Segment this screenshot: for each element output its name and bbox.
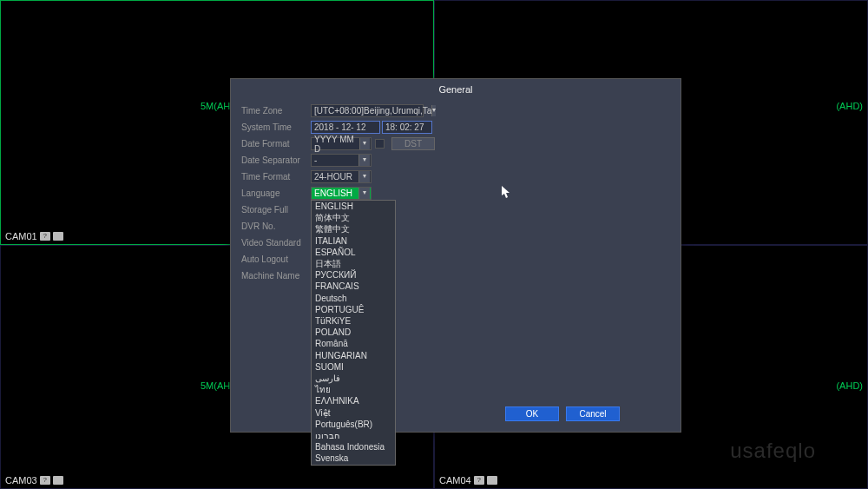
resolution-label: 5M(AHI (201, 380, 233, 391)
language-dropdown[interactable]: ENGLISH简体中文繁體中文ITALIANESPAÑOL日本語РУССКИЙF… (311, 200, 396, 466)
camera-icon[interactable] (53, 476, 63, 485)
camera-label: CAM01 (5, 231, 63, 241)
chevron-down-icon: ▾ (431, 105, 436, 116)
language-option[interactable]: חברונו (312, 430, 395, 441)
label-machinename: Machine Name (241, 271, 311, 281)
language-option[interactable]: ITALIAN (312, 235, 395, 247)
language-option[interactable]: Română (312, 338, 395, 349)
language-option[interactable]: Deutsch (312, 293, 395, 304)
resolution-label: 5M(AHI (201, 101, 233, 111)
camera-label: CAM04 (439, 475, 497, 486)
resolution-right: (AHD) (836, 380, 863, 391)
language-option[interactable]: ESPAÑOL (312, 247, 395, 258)
label-timeformat: Time Format (241, 172, 311, 182)
cancel-button[interactable]: Cancel (566, 406, 620, 421)
general-settings-dialog: General Time Zone [UTC+08:00]Beijing,Uru… (230, 78, 681, 433)
chevron-down-icon: ▾ (358, 171, 370, 182)
camera-icon[interactable] (53, 232, 63, 241)
language-option[interactable]: HUNGARIAN (312, 350, 395, 361)
language-option[interactable]: Svenska (312, 453, 395, 464)
language-select[interactable]: ENGLISH▾ (311, 187, 372, 200)
date-input[interactable]: 2018 - 12- 12 (311, 121, 380, 134)
language-option[interactable]: 简体中文 (312, 212, 395, 223)
help-icon[interactable] (40, 232, 50, 241)
time-input[interactable]: 18: 02: 27 (382, 121, 432, 134)
language-option[interactable]: PORTUGUÊ (312, 304, 395, 315)
timezone-select[interactable]: [UTC+08:00]Beijing,Urumqi,Ta▾ (311, 104, 424, 117)
language-option[interactable]: 繁體中文 (312, 223, 395, 235)
help-icon[interactable] (474, 476, 484, 485)
ok-button[interactable]: OK (505, 406, 559, 421)
dateseparator-select[interactable]: -▾ (311, 154, 372, 167)
help-icon[interactable] (40, 476, 50, 485)
timeformat-select[interactable]: 24-HOUR▾ (311, 170, 372, 183)
label-systemtime: System Time (241, 122, 311, 132)
watermark: usafeqlo (730, 439, 816, 463)
label-videostandard: Video Standard (241, 238, 311, 248)
label-storagefull: Storage Full (241, 205, 311, 215)
language-option[interactable]: Português(BR) (312, 419, 395, 430)
dst-button[interactable]: DST (391, 137, 435, 150)
dialog-buttons: OK Cancel (505, 406, 620, 421)
camera-label: CAM03 (5, 475, 63, 486)
dialog-title: General (231, 79, 681, 100)
language-option[interactable]: Bahasa Indonesia (312, 441, 395, 453)
label-timezone: Time Zone (241, 106, 311, 116)
language-option[interactable]: Việt (312, 407, 395, 419)
label-dateseparator: Date Separator (241, 155, 311, 165)
chevron-down-icon: ▾ (358, 188, 370, 199)
resolution-right: (AHD) (836, 101, 863, 111)
label-language: Language (241, 188, 311, 198)
language-option[interactable]: فارسی (312, 373, 395, 384)
language-option[interactable]: SUOMI (312, 361, 395, 373)
dst-checkbox[interactable] (375, 139, 385, 149)
chevron-down-icon: ▾ (358, 155, 370, 166)
chevron-down-icon: ▾ (359, 138, 370, 149)
dialog-body: Time Zone [UTC+08:00]Beijing,Urumqi,Ta▾ … (231, 100, 681, 288)
language-option[interactable]: ΕΛΛΗΝΙΚΑ (312, 395, 395, 406)
label-autologout: Auto Logout (241, 254, 311, 264)
language-option[interactable]: РУССКИЙ (312, 269, 395, 281)
language-option[interactable]: 日本語 (312, 258, 395, 269)
language-option[interactable]: FRANCAIS (312, 281, 395, 292)
label-dvrno: DVR No. (241, 221, 311, 231)
camera-icon[interactable] (487, 476, 497, 485)
language-option[interactable]: POLAND (312, 327, 395, 338)
dateformat-select[interactable]: YYYY MM D▾ (311, 137, 372, 150)
language-option[interactable]: ENGLISH (312, 201, 395, 212)
language-option[interactable]: ไทย (312, 384, 395, 395)
label-dateformat: Date Format (241, 139, 311, 149)
language-option[interactable]: TüRKiYE (312, 315, 395, 327)
